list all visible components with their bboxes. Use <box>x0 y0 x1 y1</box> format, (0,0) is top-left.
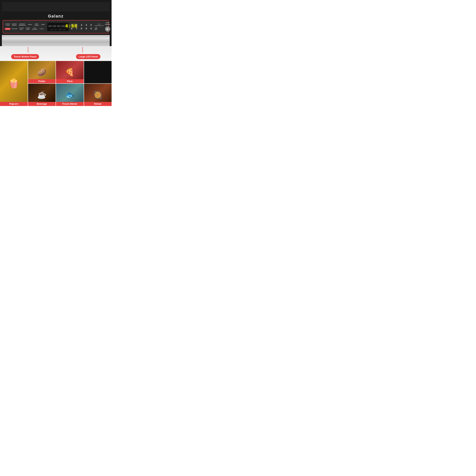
timer-button[interactable]: TIMER <box>40 24 46 26</box>
num-3-button[interactable]: 3 <box>80 24 83 26</box>
light-button[interactable]: LIGHTHI/LO/OFF <box>32 27 38 31</box>
start-button[interactable]: ▶ <box>105 26 110 32</box>
start-icon: ▶ <box>105 26 110 32</box>
microwave-top: Galanz SENSORCOOK SENSORREHEAT DEFROSTTI… <box>0 0 112 46</box>
num-6-button[interactable]: 6 <box>70 27 73 30</box>
led-cook-label: COOK <box>51 29 53 30</box>
steam-button[interactable]: STEAM <box>5 28 10 30</box>
led-sub-labels: COOK DEF. TIMER LOCK <box>49 29 68 30</box>
led-def-label: DEF. <box>55 29 57 30</box>
num-row-1: 1 2 3 4 5 LOCKTURNTABLE OFF <box>70 24 104 26</box>
num-9-button[interactable]: 9 <box>85 27 88 30</box>
stop-cancel-button[interactable]: STOPCANCEL <box>105 22 110 25</box>
touch-panel-annotation-line <box>28 47 28 53</box>
micro-button[interactable]: MICRO <box>27 24 33 26</box>
food-item-popcorn: 🍿 Popcorn <box>0 61 28 106</box>
control-panel: SENSORCOOK SENSORREHEAT DEFROSTTIME/WEIG… <box>3 20 109 34</box>
power-level-button[interactable]: POWERLEVEL <box>25 27 31 31</box>
button-panel: SENSORCOOK SENSORREHEAT DEFROSTTIME/WEIG… <box>5 23 46 31</box>
food-grid: 🍿 Popcorn 🥔 Potato 🍕 Pizza ☕ Beverage 🐟 … <box>0 61 112 106</box>
popcorn-label: Popcorn <box>0 102 28 106</box>
annotation-area: Touch Button Panel Large LED Panel <box>0 46 112 61</box>
sensor-cook-button[interactable]: SENSORCOOK <box>5 23 11 26</box>
touch-panel-bubble: Touch Button Panel <box>11 54 39 59</box>
num-7-button[interactable]: 7 <box>75 27 78 30</box>
num-5-button[interactable]: 5 <box>90 24 93 26</box>
num-4-button[interactable]: 4 <box>85 24 88 26</box>
vent-grille <box>2 2 110 12</box>
beverage-label: Beverage <box>28 102 56 106</box>
food-item-potato: 🥔 Potato <box>28 61 56 83</box>
microwave-faceplate <box>2 35 110 46</box>
btn-row-2: STEAM POPCORN SOFTENMELT POWERLEVEL LIGH… <box>5 27 46 31</box>
led-icon-group <box>49 25 65 27</box>
lock-button[interactable]: LOCKTURNTABLE OFF <box>94 24 104 26</box>
led-icon-1 <box>49 25 52 27</box>
num-0-button[interactable]: 0 <box>90 27 93 30</box>
vent-button[interactable]: VENT4 SPEED <box>34 23 39 26</box>
defrost-button[interactable]: DEFROSTTIME/WEIGHT <box>18 23 27 26</box>
brand-name: Galanz <box>2 13 110 20</box>
num-row-2: 6 7 8 9 0 +30SEC <box>70 27 104 30</box>
food-item-placeholder <box>84 61 112 83</box>
number-pad: 1 2 3 4 5 LOCKTURNTABLE OFF 6 7 8 9 0 +3… <box>70 24 104 30</box>
num-2-button[interactable]: 2 <box>75 24 78 26</box>
frozen-dinner-label: Frozen Dinner <box>56 102 84 106</box>
reheat-label: Reheat <box>84 102 112 106</box>
led-panel-annotation-line <box>82 47 83 53</box>
annotation-section: Touch Button Panel Large LED Panel <box>0 46 112 61</box>
led-display: 4:55 COOK DEF. TIMER LOCK <box>47 22 69 32</box>
food-item-beverage: ☕ Beverage <box>28 84 56 106</box>
pizza-label: Pizza <box>56 79 84 83</box>
led-panel-bubble: Large LED Panel <box>76 54 101 59</box>
food-item-pizza: 🍕 Pizza <box>56 61 84 83</box>
popcorn-image: 🍿 <box>0 61 28 106</box>
plus30-button[interactable]: +30SEC <box>94 27 97 30</box>
popcorn-button[interactable]: POPCORN <box>11 28 18 30</box>
led-icon-2 <box>53 25 56 27</box>
food-item-reheat: 🥘 Reheat <box>84 84 112 106</box>
led-icon-4 <box>61 25 65 27</box>
num-1-button[interactable]: 1 <box>70 24 73 26</box>
num-8-button[interactable]: 8 <box>80 27 83 30</box>
action-buttons: STOPCANCEL ▶ <box>105 22 110 32</box>
soften-melt-button[interactable]: SOFTENMELT <box>18 27 24 31</box>
led-icon-3 <box>57 25 60 27</box>
btn-row-1: SENSORCOOK SENSORREHEAT DEFROSTTIME/WEIG… <box>5 23 46 26</box>
food-item-frozen-dinner: 🐟 Frozen Dinner <box>56 84 84 106</box>
led-lock-label: LOCK <box>63 29 66 30</box>
led-timer-label: TIMER <box>58 29 61 30</box>
clock-button[interactable]: CLOCK <box>39 28 44 30</box>
potato-label: Potato <box>28 79 56 83</box>
sensor-reheat-button[interactable]: SENSORREHEAT <box>11 23 17 26</box>
